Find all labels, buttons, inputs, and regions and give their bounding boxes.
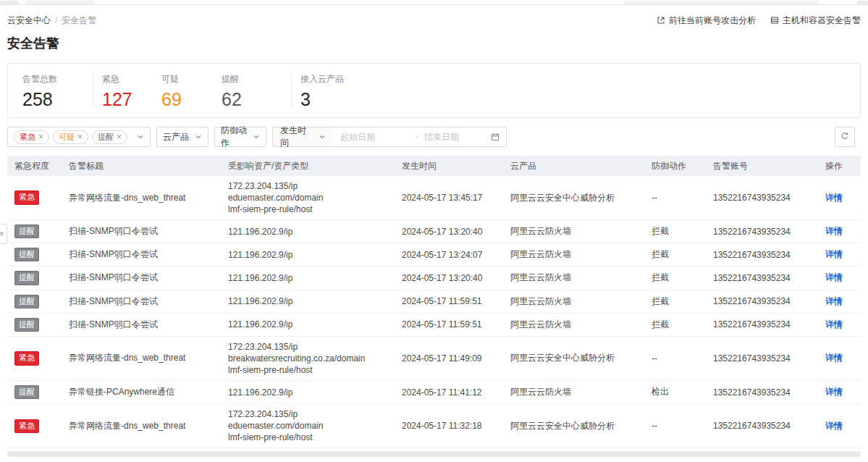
cloud-product: 阿里云云防火墙 [503, 386, 644, 398]
severity-filter-select[interactable]: 紧急 × 可疑 × 提醒 × [7, 127, 151, 147]
breadcrumb-current: 安全告警 [62, 14, 96, 27]
chevron-down-icon [195, 133, 202, 140]
alert-title: 扫描-SNMP弱口令尝试 [62, 225, 221, 238]
detail-link[interactable]: 详情 [825, 353, 843, 363]
refresh-button[interactable] [835, 127, 855, 147]
table-body: 紧急 异常网络流量-dns_web_threat 172.23.204.135/… [7, 176, 861, 448]
stat-total-alerts: 告警总数 258 [22, 73, 93, 109]
detail-link[interactable]: 详情 [825, 296, 843, 306]
server-icon [770, 16, 779, 25]
end-date-input[interactable]: 结束日期 [424, 131, 491, 143]
start-date-input[interactable]: 起始日期 [340, 131, 416, 143]
alert-title: 异常网络流量-dns_web_threat [62, 420, 221, 432]
col-title: 告警标题 [62, 160, 221, 172]
alert-account: 1352216743935234 [706, 421, 818, 431]
severity-badge: 提醒 [14, 385, 39, 399]
stat-notice: 提醒 62 [222, 73, 291, 109]
severity-badge: 紧急 [14, 190, 39, 204]
alert-account: 1352216743935234 [706, 353, 818, 364]
detail-link[interactable]: 详情 [825, 421, 843, 431]
table-row: 提醒 扫描-SNMP弱口令尝试 121.196.202.9/ip 2024-05… [7, 290, 861, 314]
detail-link[interactable]: 详情 [825, 249, 843, 259]
close-icon[interactable]: × [117, 133, 122, 141]
asset-line: 121.196.202.9/ip [228, 319, 395, 330]
table-row: 提醒 扫描-SNMP弱口令尝试 121.196.202.9/ip 2024-05… [7, 243, 861, 266]
defense-action-filter[interactable]: 防御动作 [214, 127, 266, 147]
defense-action: 拦截 [644, 225, 706, 238]
stat-value: 3 [300, 91, 344, 109]
alert-title: 扫描-SNMP弱口令尝试 [62, 319, 221, 331]
alert-title: 扫描-SNMP弱口令尝试 [62, 295, 221, 308]
severity-badge: 提醒 [14, 224, 39, 238]
close-icon[interactable]: × [77, 133, 83, 141]
severity-badge: 提醒 [14, 318, 39, 332]
asset-line: 172.23.204.135/ip [228, 408, 395, 420]
alert-time: 2024-05-17 13:20:40 [395, 273, 503, 283]
asset-line: 121.196.202.9/ip [228, 249, 395, 261]
asset-line: lmf-siem-pre-rule/host [228, 364, 395, 376]
defense-action: -- [644, 353, 706, 364]
affected-assets: 121.196.202.9/ip [221, 272, 395, 284]
close-icon[interactable]: × [0, 229, 4, 239]
cloud-product: 阿里云云防火墙 [503, 295, 644, 308]
detail-link[interactable]: 详情 [825, 226, 843, 236]
chevron-down-icon [319, 133, 326, 140]
time-type-dropdown[interactable]: 发生时间 [273, 127, 333, 146]
stat-divider [93, 74, 93, 107]
severity-filter-tag[interactable]: 可疑 × [53, 130, 88, 144]
cloud-product: 阿里云云防火墙 [503, 272, 644, 284]
alert-time: 2024-05-17 11:59:51 [395, 319, 503, 329]
cloud-product-filter[interactable]: 云产品 [156, 127, 208, 147]
affected-assets: 172.23.204.135/ipeduemaster.com/domainlm… [221, 408, 395, 443]
defense-action: 拦截 [644, 295, 706, 308]
defense-action: 拦截 [644, 248, 706, 261]
stat-value: 62 [222, 91, 291, 109]
asset-line: 172.23.204.135/ip [228, 341, 395, 353]
table-row: 提醒 扫描-SNMP弱口令尝试 121.196.202.9/ip 2024-05… [7, 266, 861, 290]
cloud-product-filter-label: 云产品 [163, 131, 189, 143]
alert-title: 异常网络流量-dns_web_threat [62, 192, 221, 204]
calendar-icon[interactable] [491, 133, 500, 141]
defense-action: -- [644, 193, 706, 203]
cloud-product: 阿里云云防火墙 [503, 319, 644, 331]
severity-badge: 提醒 [14, 248, 39, 261]
alert-title: 异常链接-PCAnywhere通信 [62, 386, 221, 398]
page-title: 安全告警 [7, 35, 861, 52]
detail-link[interactable]: 详情 [825, 272, 843, 282]
alert-stats-card: 告警总数 258 紧急 127 可疑 69 提醒 62 接入云产品 3 [7, 63, 861, 118]
close-icon[interactable]: × [38, 133, 43, 141]
stat-critical: 紧急 127 [102, 73, 161, 109]
asset-line: eduemaster.com/domain [228, 192, 395, 203]
severity-filter-tag[interactable]: 紧急 × [14, 130, 49, 144]
severity-filter-tag-label: 紧急 [20, 132, 35, 143]
asset-line: 121.196.202.9/ip [228, 295, 395, 307]
time-type-dropdown-label: 发生时间 [280, 125, 313, 149]
attack-analysis-link[interactable]: 前往当前账号攻击分析 [657, 14, 756, 27]
defense-action: -- [644, 421, 706, 431]
col-action: 操作 [818, 160, 861, 172]
affected-assets: 121.196.202.9/ip [221, 249, 395, 261]
asset-line: lmf-siem-pre-rule/host [228, 432, 395, 443]
asset-line: lmf-siem-pre-rule/host [228, 203, 395, 215]
severity-filter-tag[interactable]: 提醒 × [92, 130, 127, 144]
affected-assets: 121.196.202.9/ip [221, 295, 395, 307]
refresh-icon [840, 132, 849, 143]
defense-action: 拦截 [644, 319, 706, 331]
detail-link[interactable]: 详情 [825, 387, 843, 397]
horizontal-scrollbar[interactable] [7, 451, 861, 457]
chrome-remnant-block [0, 1, 19, 4]
breadcrumb-root[interactable]: 云安全中心 [7, 14, 51, 27]
stat-divider [291, 74, 292, 107]
header-links: 前往当前账号攻击分析 主机和容器安全告警 [657, 14, 861, 27]
host-container-alerts-link[interactable]: 主机和容器安全告警 [770, 14, 861, 27]
cloud-product: 阿里云云安全中心威胁分析 [503, 420, 644, 432]
detail-link[interactable]: 详情 [825, 193, 843, 203]
alert-time: 2024-05-17 11:32:18 [395, 421, 503, 431]
alert-time: 2024-05-17 13:20:40 [395, 227, 503, 237]
stat-value: 258 [22, 91, 93, 109]
table-row: 提醒 扫描-SNMP弱口令尝试 121.196.202.9/ip 2024-05… [7, 220, 861, 243]
alert-title: 扫描-SNMP弱口令尝试 [62, 248, 221, 261]
alert-time: 2024-05-17 13:45:17 [395, 193, 503, 203]
detail-link[interactable]: 详情 [825, 319, 843, 329]
col-product: 云产品 [503, 160, 644, 172]
